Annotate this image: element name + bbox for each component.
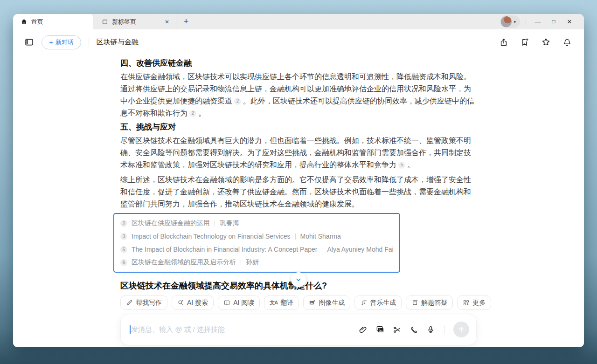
paragraph-summary: 综上所述，区块链技术在金融领域的影响是多方面的。它不仅提高了交易效率和降低了成本… [120,174,477,210]
citation-divider [215,220,215,227]
attachment-icon[interactable] [359,325,368,334]
paragraph-challenges: 尽管区块链技术在金融领域具有巨大的潜力，但也面临着一些挑战。例如，技术标准不统一… [120,135,477,171]
citation-author: Mohit Sharma [300,233,341,240]
titlebar-divider [526,18,526,26]
chip-solve-qa[interactable]: 解题答疑 [406,295,453,310]
new-tab-button[interactable]: + [176,14,196,29]
section-heading-4: 四、改善供应链金融 [120,58,477,69]
image-attach-icon[interactable] [375,325,385,334]
citation-ref-badge[interactable]: 5 [398,162,405,169]
citation-number: 6 [120,259,127,266]
citation-divider [241,260,241,266]
message-composer[interactable]: 发消息、输入 @ 或 / 选择技能 [120,314,477,345]
share-icon[interactable] [499,38,508,47]
search-icon [177,299,184,306]
paragraph-supply-chain: 在供应链金融领域，区块链技术可以实现供应链上各个环节的信息透明和可追溯性，降低融… [120,71,477,119]
citation-title: 区块链在供应链金融的运用 [132,219,210,227]
account-menu[interactable]: ▾ [500,15,520,28]
microphone-icon[interactable] [426,325,435,334]
chevron-down-icon [294,275,303,284]
tab-home[interactable]: 首页 [13,14,93,29]
chip-label: AI 搜索 [187,299,208,307]
avatar [501,16,512,27]
chip-label: 翻译 [280,299,293,307]
chip-help-write[interactable]: 帮我写作 [120,295,167,310]
music-note-icon [360,299,367,306]
toolbar: + 新对话 区块链与金融 [13,29,584,55]
citations-panel: 2 区块链在供应链金融的运用 巩春海 3 Impact of Blockchai… [120,213,477,273]
chip-label: AI 阅读 [233,299,254,307]
citations-box: 2 区块链在供应链金融的运用 巩春海 3 Impact of Blockchai… [113,213,400,273]
paragraph-text: 。 [198,109,206,117]
citation-item[interactable]: 2 区块链在供应链金融的运用 巩春海 [120,217,393,230]
new-chat-button[interactable]: + 新对话 [42,35,81,49]
phone-icon[interactable] [410,325,418,334]
chip-ai-search[interactable]: AI 搜索 [172,295,214,310]
scissors-icon[interactable] [393,325,402,334]
citation-item[interactable]: 5 The Impact of Blockchain in Financial … [120,243,393,256]
translate-icon: 文A [270,299,278,306]
new-chat-label: 新对话 [56,38,74,47]
chip-music-gen[interactable]: 音乐生成 [354,295,402,310]
citation-item[interactable]: 3 Impact of Blockchain Technology on Fin… [120,230,393,243]
maximize-button[interactable]: □ [546,14,562,29]
chip-label: 图像生成 [319,299,345,307]
toolbar-actions [499,37,572,47]
citation-number: 2 [120,220,127,227]
chip-more[interactable]: 更多 [457,295,491,310]
toolbar-divider [89,38,89,47]
tab-close-icon[interactable]: ✕ [163,18,171,26]
titlebar-right: ▾ — □ ✕ [500,14,584,29]
page-icon [102,19,108,25]
citation-author: Alya Ayuniey Mohd Fairoh [327,246,393,253]
tab-new-page-label: 新标签页 [112,18,159,26]
chip-label: 音乐生成 [370,299,396,307]
paragraph-text: 尽管区块链技术在金融领域具有巨大的潜力，但也面临着一些挑战。例如，技术标准不统一… [120,137,471,169]
composer-placeholder: 发消息、输入 @ 或 / 选择技能 [131,325,359,334]
minimize-button[interactable]: — [530,14,546,29]
citation-ref-badge[interactable]: 2 [234,98,241,105]
chip-label: 更多 [472,299,486,307]
composer-actions [359,322,469,337]
plus-icon: + [49,39,53,46]
tab-new-page[interactable]: 新标签页 ✕ [93,14,176,29]
composer-divider [444,325,444,334]
tab-home-label: 首页 [31,18,43,26]
image-icon [309,299,316,306]
citation-number: 5 [120,246,127,253]
conversation-title: 区块链与金融 [97,38,139,47]
sidebar-toggle-icon[interactable] [24,37,34,47]
close-button[interactable]: ✕ [562,14,577,29]
scroll-down-button[interactable] [291,272,306,287]
chip-ai-read[interactable]: AI 阅读 [218,295,260,310]
citation-title: 区块链在金融领域的应用及启示分析 [132,258,236,267]
citation-title: Impact of Blockchain Technology on Finan… [132,233,291,240]
citation-number: 3 [120,233,127,240]
chat-content: 四、改善供应链金融 在供应链金融领域，区块链技术可以实现供应链上各个环节的信息透… [13,55,584,347]
bookmark-add-icon[interactable] [520,38,529,47]
tab-bar: 首页 新标签页 ✕ + ▾ — □ ✕ [13,14,584,29]
app-window: 首页 新标签页 ✕ + ▾ — □ ✕ [13,14,584,347]
citation-ref-badge[interactable]: 2 [189,110,196,117]
star-icon[interactable] [541,37,551,47]
chip-label: 帮我写作 [136,299,162,307]
citation-divider [295,234,296,240]
home-icon [21,18,28,25]
chip-image-gen[interactable]: 图像生成 [303,295,350,310]
chip-translate[interactable]: 文A 翻译 [264,295,299,310]
citation-title: The Impact of Blockchain in Financial In… [132,246,317,253]
book-icon [223,299,230,306]
skill-chips: 帮我写作 AI 搜索 AI 阅读 文A 翻译 [120,295,477,310]
citation-author: 巩春海 [220,219,239,227]
bell-icon[interactable] [562,38,572,47]
worksheet-icon [411,299,418,306]
chip-label: 解题答疑 [421,299,447,307]
citation-author: 孙妍 [246,258,259,267]
citation-divider [322,247,322,253]
pencil-icon [126,299,133,306]
chevron-down-icon: ▾ [514,20,516,24]
paragraph-text: 。 [407,161,415,169]
citation-item[interactable]: 6 区块链在金融领域的应用及启示分析 孙妍 [120,256,393,269]
send-button[interactable] [453,322,469,337]
grid-more-icon [463,299,470,306]
